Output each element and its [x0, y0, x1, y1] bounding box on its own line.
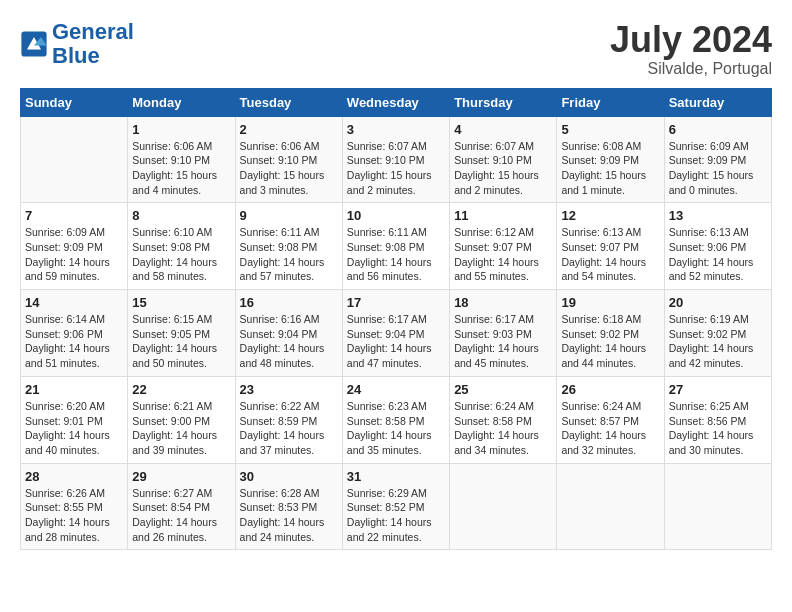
calendar-cell: 2Sunrise: 6:06 AMSunset: 9:10 PMDaylight… — [235, 116, 342, 203]
day-info: Sunrise: 6:25 AMSunset: 8:56 PMDaylight:… — [669, 399, 767, 458]
day-info: Sunrise: 6:08 AMSunset: 9:09 PMDaylight:… — [561, 139, 659, 198]
calendar-cell: 12Sunrise: 6:13 AMSunset: 9:07 PMDayligh… — [557, 203, 664, 290]
weekday-header-sunday: Sunday — [21, 88, 128, 116]
day-info: Sunrise: 6:10 AMSunset: 9:08 PMDaylight:… — [132, 225, 230, 284]
day-info: Sunrise: 6:16 AMSunset: 9:04 PMDaylight:… — [240, 312, 338, 371]
day-number: 30 — [240, 469, 338, 484]
day-number: 14 — [25, 295, 123, 310]
day-number: 2 — [240, 122, 338, 137]
weekday-header-wednesday: Wednesday — [342, 88, 449, 116]
day-info: Sunrise: 6:11 AMSunset: 9:08 PMDaylight:… — [347, 225, 445, 284]
day-number: 1 — [132, 122, 230, 137]
calendar-cell: 23Sunrise: 6:22 AMSunset: 8:59 PMDayligh… — [235, 376, 342, 463]
day-info: Sunrise: 6:07 AMSunset: 9:10 PMDaylight:… — [347, 139, 445, 198]
day-number: 6 — [669, 122, 767, 137]
calendar-cell: 1Sunrise: 6:06 AMSunset: 9:10 PMDaylight… — [128, 116, 235, 203]
calendar-cell: 13Sunrise: 6:13 AMSunset: 9:06 PMDayligh… — [664, 203, 771, 290]
day-number: 4 — [454, 122, 552, 137]
calendar-cell: 7Sunrise: 6:09 AMSunset: 9:09 PMDaylight… — [21, 203, 128, 290]
day-number: 29 — [132, 469, 230, 484]
calendar-cell: 6Sunrise: 6:09 AMSunset: 9:09 PMDaylight… — [664, 116, 771, 203]
day-number: 26 — [561, 382, 659, 397]
calendar-cell: 9Sunrise: 6:11 AMSunset: 9:08 PMDaylight… — [235, 203, 342, 290]
calendar-cell: 11Sunrise: 6:12 AMSunset: 9:07 PMDayligh… — [450, 203, 557, 290]
calendar-cell: 25Sunrise: 6:24 AMSunset: 8:58 PMDayligh… — [450, 376, 557, 463]
weekday-header-friday: Friday — [557, 88, 664, 116]
day-info: Sunrise: 6:13 AMSunset: 9:06 PMDaylight:… — [669, 225, 767, 284]
calendar-week-3: 21Sunrise: 6:20 AMSunset: 9:01 PMDayligh… — [21, 376, 772, 463]
day-info: Sunrise: 6:29 AMSunset: 8:52 PMDaylight:… — [347, 486, 445, 545]
calendar-cell: 14Sunrise: 6:14 AMSunset: 9:06 PMDayligh… — [21, 290, 128, 377]
day-number: 9 — [240, 208, 338, 223]
day-number: 7 — [25, 208, 123, 223]
day-info: Sunrise: 6:06 AMSunset: 9:10 PMDaylight:… — [240, 139, 338, 198]
title-area: July 2024 Silvalde, Portugal — [610, 20, 772, 78]
day-number: 18 — [454, 295, 552, 310]
calendar-cell: 20Sunrise: 6:19 AMSunset: 9:02 PMDayligh… — [664, 290, 771, 377]
day-number: 13 — [669, 208, 767, 223]
logo-icon — [20, 30, 48, 58]
day-info: Sunrise: 6:13 AMSunset: 9:07 PMDaylight:… — [561, 225, 659, 284]
calendar-cell: 30Sunrise: 6:28 AMSunset: 8:53 PMDayligh… — [235, 463, 342, 550]
day-number: 24 — [347, 382, 445, 397]
day-number: 19 — [561, 295, 659, 310]
day-info: Sunrise: 6:27 AMSunset: 8:54 PMDaylight:… — [132, 486, 230, 545]
day-number: 27 — [669, 382, 767, 397]
location: Silvalde, Portugal — [610, 60, 772, 78]
day-info: Sunrise: 6:24 AMSunset: 8:57 PMDaylight:… — [561, 399, 659, 458]
day-number: 11 — [454, 208, 552, 223]
day-number: 8 — [132, 208, 230, 223]
calendar-cell: 15Sunrise: 6:15 AMSunset: 9:05 PMDayligh… — [128, 290, 235, 377]
calendar-cell: 26Sunrise: 6:24 AMSunset: 8:57 PMDayligh… — [557, 376, 664, 463]
calendar-cell: 27Sunrise: 6:25 AMSunset: 8:56 PMDayligh… — [664, 376, 771, 463]
day-info: Sunrise: 6:11 AMSunset: 9:08 PMDaylight:… — [240, 225, 338, 284]
month-year: July 2024 — [610, 20, 772, 60]
logo-line2: Blue — [52, 43, 100, 68]
day-number: 22 — [132, 382, 230, 397]
weekday-row: SundayMondayTuesdayWednesdayThursdayFrid… — [21, 88, 772, 116]
logo-line1: General — [52, 19, 134, 44]
day-info: Sunrise: 6:24 AMSunset: 8:58 PMDaylight:… — [454, 399, 552, 458]
calendar-body: 1Sunrise: 6:06 AMSunset: 9:10 PMDaylight… — [21, 116, 772, 550]
calendar-cell: 31Sunrise: 6:29 AMSunset: 8:52 PMDayligh… — [342, 463, 449, 550]
day-number: 5 — [561, 122, 659, 137]
calendar-cell: 22Sunrise: 6:21 AMSunset: 9:00 PMDayligh… — [128, 376, 235, 463]
weekday-header-saturday: Saturday — [664, 88, 771, 116]
day-number: 31 — [347, 469, 445, 484]
day-info: Sunrise: 6:07 AMSunset: 9:10 PMDaylight:… — [454, 139, 552, 198]
day-number: 12 — [561, 208, 659, 223]
calendar-cell: 21Sunrise: 6:20 AMSunset: 9:01 PMDayligh… — [21, 376, 128, 463]
day-info: Sunrise: 6:18 AMSunset: 9:02 PMDaylight:… — [561, 312, 659, 371]
day-info: Sunrise: 6:09 AMSunset: 9:09 PMDaylight:… — [669, 139, 767, 198]
calendar-cell — [21, 116, 128, 203]
day-info: Sunrise: 6:12 AMSunset: 9:07 PMDaylight:… — [454, 225, 552, 284]
calendar-cell: 19Sunrise: 6:18 AMSunset: 9:02 PMDayligh… — [557, 290, 664, 377]
day-info: Sunrise: 6:17 AMSunset: 9:03 PMDaylight:… — [454, 312, 552, 371]
calendar-week-4: 28Sunrise: 6:26 AMSunset: 8:55 PMDayligh… — [21, 463, 772, 550]
day-number: 20 — [669, 295, 767, 310]
day-number: 15 — [132, 295, 230, 310]
day-info: Sunrise: 6:17 AMSunset: 9:04 PMDaylight:… — [347, 312, 445, 371]
day-info: Sunrise: 6:23 AMSunset: 8:58 PMDaylight:… — [347, 399, 445, 458]
day-info: Sunrise: 6:20 AMSunset: 9:01 PMDaylight:… — [25, 399, 123, 458]
calendar-cell: 28Sunrise: 6:26 AMSunset: 8:55 PMDayligh… — [21, 463, 128, 550]
day-info: Sunrise: 6:15 AMSunset: 9:05 PMDaylight:… — [132, 312, 230, 371]
day-info: Sunrise: 6:14 AMSunset: 9:06 PMDaylight:… — [25, 312, 123, 371]
calendar-cell: 16Sunrise: 6:16 AMSunset: 9:04 PMDayligh… — [235, 290, 342, 377]
calendar-cell — [450, 463, 557, 550]
calendar-cell: 3Sunrise: 6:07 AMSunset: 9:10 PMDaylight… — [342, 116, 449, 203]
logo: General Blue — [20, 20, 134, 68]
calendar-week-1: 7Sunrise: 6:09 AMSunset: 9:09 PMDaylight… — [21, 203, 772, 290]
weekday-header-monday: Monday — [128, 88, 235, 116]
calendar-week-0: 1Sunrise: 6:06 AMSunset: 9:10 PMDaylight… — [21, 116, 772, 203]
header: General Blue July 2024 Silvalde, Portuga… — [20, 20, 772, 78]
calendar-cell — [557, 463, 664, 550]
day-number: 25 — [454, 382, 552, 397]
calendar-cell — [664, 463, 771, 550]
day-number: 28 — [25, 469, 123, 484]
calendar-cell: 4Sunrise: 6:07 AMSunset: 9:10 PMDaylight… — [450, 116, 557, 203]
day-info: Sunrise: 6:19 AMSunset: 9:02 PMDaylight:… — [669, 312, 767, 371]
calendar-cell: 29Sunrise: 6:27 AMSunset: 8:54 PMDayligh… — [128, 463, 235, 550]
day-info: Sunrise: 6:22 AMSunset: 8:59 PMDaylight:… — [240, 399, 338, 458]
calendar-cell: 24Sunrise: 6:23 AMSunset: 8:58 PMDayligh… — [342, 376, 449, 463]
